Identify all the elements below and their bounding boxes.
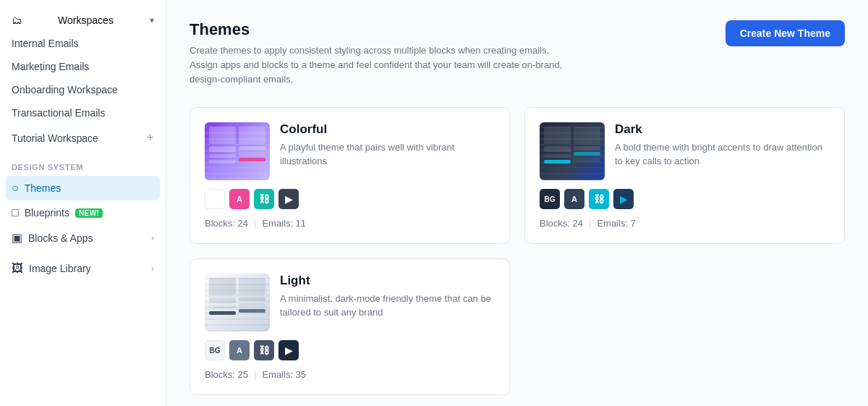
theme-card-colorful[interactable]: Colorful A playful theme that pairs well… bbox=[190, 107, 510, 244]
theme-desc-dark: A bold theme with bright accents to draw… bbox=[615, 141, 830, 167]
emails-count: Emails: 11 bbox=[262, 218, 306, 229]
theme-card-top: Colorful A playful theme that pairs well… bbox=[205, 122, 495, 180]
sidebar-item-onboarding-workspace[interactable]: Onboarding Workspace bbox=[0, 78, 166, 101]
theme-desc-light: A minimalist, dark-mode friendly theme t… bbox=[280, 292, 495, 318]
swatch-pink-a: A bbox=[229, 189, 250, 209]
theme-name-colorful: Colorful bbox=[280, 122, 495, 137]
theme-swatches-colorful: A ⛓ ▶ bbox=[205, 189, 495, 209]
expand-arrow-icon: › bbox=[151, 263, 154, 274]
theme-card-top-dark: Dark A bold theme with bright accents to… bbox=[540, 122, 830, 180]
theme-preview-colorful bbox=[205, 122, 270, 180]
theme-card-top-light: Light A minimalist, dark-mode friendly t… bbox=[205, 274, 495, 331]
new-badge: NEW! bbox=[75, 208, 103, 218]
swatch-teal-link: ⛓ bbox=[254, 189, 274, 209]
page-description-line1: Create themes to apply consistent stylin… bbox=[190, 43, 562, 58]
sidebar-item-label: Transactional Emails bbox=[12, 107, 105, 119]
swatch-dark-cursor: ▶ bbox=[613, 189, 634, 209]
chevron-down-icon: ▾ bbox=[150, 15, 154, 25]
sidebar-item-transactional-emails[interactable]: Transactional Emails bbox=[0, 101, 166, 124]
workspaces-label: Workspaces bbox=[58, 14, 114, 26]
swatch-white bbox=[205, 189, 225, 209]
sidebar-item-label: Marketing Emails bbox=[12, 61, 89, 72]
swatch-dark-a: A bbox=[564, 189, 584, 209]
page-description-line2: Assign apps and blocks to a theme and fe… bbox=[190, 58, 562, 72]
sidebar-item-image-library[interactable]: 🖼 Image Library › bbox=[6, 256, 160, 281]
theme-preview-light bbox=[205, 274, 270, 331]
blueprints-icon: □ bbox=[12, 206, 19, 219]
blocks-count-light: Blocks: 25 bbox=[205, 369, 248, 380]
sidebar-item-internal-emails[interactable]: Internal Emails bbox=[0, 32, 166, 55]
swatch-light-cursor: ▶ bbox=[278, 340, 299, 360]
theme-meta-dark: Blocks: 24 | Emails: 7 bbox=[540, 218, 830, 229]
swatch-slate-link: ⛓ bbox=[254, 340, 274, 360]
sidebar-item-marketing-emails[interactable]: Marketing Emails bbox=[0, 55, 166, 78]
page-header: Themes Create themes to apply consistent… bbox=[190, 20, 845, 87]
page-header-text: Themes Create themes to apply consistent… bbox=[190, 20, 562, 87]
workspaces-nav[interactable]: 🗂 Workspaces ▾ bbox=[0, 9, 166, 32]
design-system-section-label: DESIGN SYSTEM bbox=[0, 151, 166, 176]
main-content: Themes Create themes to apply consistent… bbox=[166, 0, 868, 406]
create-new-theme-button[interactable]: Create New Theme bbox=[726, 20, 845, 46]
sidebar-item-blueprints[interactable]: □ Blueprints NEW! bbox=[6, 200, 160, 225]
theme-swatches-dark: BG A ⛓ ▶ bbox=[540, 189, 830, 209]
swatch-dark-bg: BG bbox=[540, 189, 560, 209]
swatch-gray-bg: BG bbox=[205, 340, 225, 360]
emails-count-light: Emails: 35 bbox=[262, 369, 306, 380]
add-workspace-button[interactable]: + bbox=[146, 130, 154, 145]
sidebar-item-label: Internal Emails bbox=[12, 38, 79, 49]
themes-grid: Colorful A playful theme that pairs well… bbox=[190, 107, 845, 395]
image-library-icon: 🖼 bbox=[12, 262, 23, 275]
theme-meta-light: Blocks: 25 | Emails: 35 bbox=[205, 369, 495, 380]
theme-desc-colorful: A playful theme that pairs well with vib… bbox=[280, 141, 495, 167]
sidebar-item-blocks-apps[interactable]: ▣ Blocks & Apps › bbox=[6, 225, 160, 250]
image-library-label: Image Library bbox=[29, 263, 91, 274]
theme-swatches-light: BG A ⛓ ▶ bbox=[205, 340, 495, 360]
blocks-count-dark: Blocks: 24 bbox=[540, 218, 583, 229]
sidebar: 🗂 Workspaces ▾ Internal Emails Marketing… bbox=[0, 0, 166, 406]
expand-arrow-icon: › bbox=[151, 233, 154, 243]
blocks-count: Blocks: 24 bbox=[205, 218, 248, 229]
page-title: Themes bbox=[190, 20, 562, 39]
theme-info-colorful: Colorful A playful theme that pairs well… bbox=[280, 122, 495, 167]
blocks-apps-label: Blocks & Apps bbox=[28, 232, 93, 244]
sidebar-item-label: Tutorial Workspace bbox=[12, 132, 98, 144]
sidebar-item-label: Onboarding Workspace bbox=[12, 84, 118, 96]
themes-icon: ○ bbox=[12, 182, 19, 195]
theme-name-light: Light bbox=[280, 274, 495, 288]
theme-card-dark[interactable]: Dark A bold theme with bright accents to… bbox=[524, 107, 845, 244]
theme-preview-dark bbox=[540, 122, 605, 180]
themes-label: Themes bbox=[25, 182, 61, 194]
theme-info-dark: Dark A bold theme with bright accents to… bbox=[615, 122, 830, 167]
swatch-gray-a: A bbox=[229, 340, 250, 360]
theme-meta-colorful: Blocks: 24 | Emails: 11 bbox=[205, 218, 495, 229]
blueprints-label: Blueprints bbox=[25, 207, 69, 219]
swatch-cyan-link: ⛓ bbox=[589, 189, 609, 209]
theme-name-dark: Dark bbox=[615, 122, 830, 137]
sidebar-item-themes[interactable]: ○ Themes bbox=[6, 176, 160, 200]
theme-info-light: Light A minimalist, dark-mode friendly t… bbox=[280, 274, 495, 318]
swatch-cursor: ▶ bbox=[278, 189, 299, 209]
theme-card-light[interactable]: Light A minimalist, dark-mode friendly t… bbox=[190, 258, 510, 395]
sidebar-item-tutorial-workspace[interactable]: Tutorial Workspace + bbox=[0, 124, 166, 151]
blocks-icon: ▣ bbox=[12, 231, 22, 245]
emails-count-dark: Emails: 7 bbox=[597, 218, 635, 229]
page-description-line3: design-compliant emails. bbox=[190, 72, 562, 87]
folder-icon: 🗂 bbox=[12, 14, 22, 26]
